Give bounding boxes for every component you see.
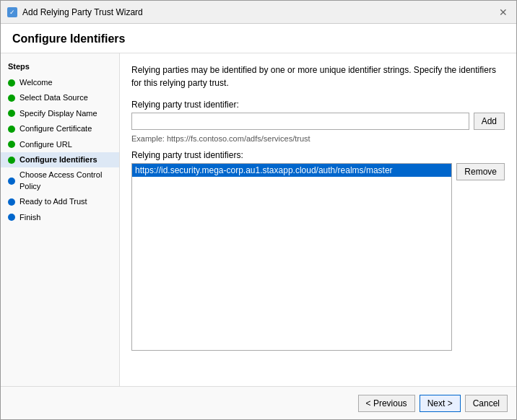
step-dot-choose-access-control-policy xyxy=(8,178,15,185)
sidebar-item-choose-access-control-policy[interactable]: Choose Access Control Policy xyxy=(1,167,119,194)
previous-button[interactable]: < Previous xyxy=(358,395,415,412)
title-bar: ✓ Add Relying Party Trust Wizard ✕ xyxy=(1,1,516,24)
example-text: Example: https://fs.contoso.com/adfs/ser… xyxy=(131,134,505,143)
identifier-input[interactable] xyxy=(131,113,469,130)
step-dot-configure-url xyxy=(8,141,15,148)
identifiers-list[interactable]: https://id.security.mega-corp.au1.staxap… xyxy=(131,163,452,351)
svg-text:✓: ✓ xyxy=(9,9,15,16)
steps-label: Steps xyxy=(1,59,119,75)
step-label-select-data-source: Select Data Source xyxy=(19,92,88,103)
step-dot-configure-certificate xyxy=(8,126,15,133)
identifiers-row: https://id.security.mega-corp.au1.staxap… xyxy=(131,163,505,351)
step-dot-configure-identifiers xyxy=(8,157,15,164)
main-panel: Relying parties may be identified by one… xyxy=(120,53,516,386)
step-label-configure-certificate: Configure Certificate xyxy=(19,123,92,134)
step-label-specify-display-name: Specify Display Name xyxy=(19,108,97,119)
step-dot-ready-to-add-trust xyxy=(8,198,15,206)
next-button[interactable]: Next > xyxy=(420,395,461,412)
sidebar-item-specify-display-name[interactable]: Specify Display Name xyxy=(1,106,119,121)
add-button[interactable]: Add xyxy=(474,113,505,130)
identifier-input-row: Add xyxy=(131,113,505,130)
page-title-section: Configure Identifiers xyxy=(1,24,516,53)
cancel-button[interactable]: Cancel xyxy=(465,395,508,412)
sidebar: Steps Welcome Select Data Source Specify… xyxy=(1,53,120,386)
sidebar-item-welcome[interactable]: Welcome xyxy=(1,75,119,90)
remove-button[interactable]: Remove xyxy=(456,163,505,180)
step-label-ready-to-add-trust: Ready to Add Trust xyxy=(19,196,87,207)
footer: < Previous Next > Cancel xyxy=(1,386,516,419)
sidebar-item-configure-url[interactable]: Configure URL xyxy=(1,137,119,152)
step-label-finish: Finish xyxy=(19,212,40,223)
step-dot-finish xyxy=(8,214,15,221)
step-label-choose-access-control-policy: Choose Access Control Policy xyxy=(19,170,112,192)
wizard-icon: ✓ xyxy=(6,6,18,18)
step-dot-specify-display-name xyxy=(8,110,15,117)
step-label-configure-url: Configure URL xyxy=(19,139,72,150)
step-dot-welcome xyxy=(8,79,15,87)
sidebar-item-configure-identifiers[interactable]: Configure Identifiers xyxy=(1,152,119,167)
wizard-window: ✓ Add Relying Party Trust Wizard ✕ Confi… xyxy=(0,0,517,420)
page-title: Configure Identifiers xyxy=(12,32,505,45)
title-bar-left: ✓ Add Relying Party Trust Wizard xyxy=(6,6,143,18)
title-bar-title: Add Relying Party Trust Wizard xyxy=(22,7,143,17)
description-text: Relying parties may be identified by one… xyxy=(131,64,505,89)
identifier-item[interactable]: https://id.security.mega-corp.au1.staxap… xyxy=(132,164,451,177)
step-dot-select-data-source xyxy=(8,95,15,102)
step-label-welcome: Welcome xyxy=(19,77,53,88)
sidebar-item-configure-certificate[interactable]: Configure Certificate xyxy=(1,121,119,136)
identifier-label: Relying party trust identifier: xyxy=(131,100,505,110)
identifiers-label: Relying party trust identifiers: xyxy=(131,150,505,160)
content-area: Steps Welcome Select Data Source Specify… xyxy=(1,53,516,386)
sidebar-item-ready-to-add-trust[interactable]: Ready to Add Trust xyxy=(1,194,119,209)
close-button[interactable]: ✕ xyxy=(496,5,511,19)
step-label-configure-identifiers: Configure Identifiers xyxy=(19,154,97,165)
sidebar-item-select-data-source[interactable]: Select Data Source xyxy=(1,90,119,105)
sidebar-item-finish[interactable]: Finish xyxy=(1,210,119,225)
